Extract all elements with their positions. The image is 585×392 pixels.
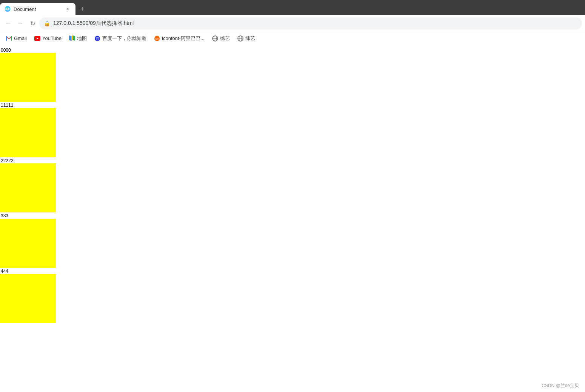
bookmark-gmail[interactable]: Gmail (3, 34, 30, 43)
yellow-box-0 (0, 53, 56, 102)
tab-bar: 🌐 Document × + (0, 0, 585, 15)
list-item: 22222 (0, 158, 585, 212)
bookmark-baidu-label: 百度一下，你就知道 (102, 35, 146, 42)
item-label-0: 0000 (0, 48, 585, 53)
iconfont-icon: ico (154, 35, 160, 42)
back-button[interactable]: ← (3, 18, 14, 29)
footer-watermark: CSDN @兰de宝贝 (542, 383, 579, 389)
maps-icon (69, 35, 75, 42)
bookmark-maps-label: 地图 (77, 35, 87, 42)
svg-marker-7 (69, 35, 71, 41)
bookmark-zy1[interactable]: 综艺 (209, 34, 233, 43)
tab-close-button[interactable]: × (64, 6, 71, 12)
list-item: 0000 (0, 48, 585, 102)
page-content: 00001111122222333444 (0, 45, 585, 323)
browser-tab[interactable]: 🌐 Document × (0, 3, 75, 15)
gmail-icon (6, 35, 12, 42)
tab-favicon: 🌐 (5, 6, 11, 12)
globe-icon-1 (212, 35, 218, 42)
baidu-icon: 百 (94, 35, 100, 42)
item-label-2: 22222 (0, 158, 585, 163)
svg-text:百: 百 (96, 37, 99, 41)
bookmark-youtube-label: YouTube (42, 35, 62, 41)
yellow-box-2 (0, 163, 56, 212)
new-tab-button[interactable]: + (77, 4, 88, 14)
bookmark-zy1-label: 综艺 (220, 35, 230, 42)
browser-chrome: 🌐 Document × + ← → ↻ 🔒 127.0.0.1:5500/09… (0, 0, 585, 45)
yellow-box-1 (0, 108, 56, 157)
svg-rect-2 (11, 36, 12, 41)
bookmark-youtube[interactable]: YouTube (31, 34, 65, 43)
bookmark-zy2-label: 综艺 (245, 35, 255, 42)
yellow-box-3 (0, 219, 56, 268)
svg-rect-1 (6, 36, 7, 41)
bookmark-iconfont-label: iconfont-阿里巴巴... (162, 35, 205, 42)
reload-button[interactable]: ↻ (27, 18, 38, 29)
tab-title: Document (14, 6, 61, 12)
bookmark-baidu[interactable]: 百 百度一下，你就知道 (91, 34, 149, 43)
svg-text:ico: ico (155, 37, 159, 40)
list-item: 11111 (0, 103, 585, 157)
bookmark-gmail-label: Gmail (14, 35, 27, 41)
globe-icon-2 (237, 35, 243, 42)
security-icon: 🔒 (44, 20, 50, 26)
svg-marker-6 (71, 35, 73, 41)
list-item: 444 (0, 269, 585, 323)
yellow-box-4 (0, 274, 56, 323)
item-label-3: 333 (0, 213, 585, 218)
list-item: 333 (0, 213, 585, 267)
item-label-1: 11111 (0, 103, 585, 108)
address-bar[interactable]: 🔒 127.0.0.1:5500/09后代选择器.html (39, 17, 582, 29)
forward-button[interactable]: → (15, 18, 26, 29)
url-text: 127.0.0.1:5500/09后代选择器.html (53, 20, 134, 27)
bookmark-maps[interactable]: 地图 (66, 34, 90, 43)
bookmark-zy2[interactable]: 综艺 (234, 34, 258, 43)
bookmarks-bar: Gmail YouTube 地图 (0, 32, 585, 45)
youtube-icon (34, 35, 40, 42)
address-bar-row: ← → ↻ 🔒 127.0.0.1:5500/09后代选择器.html (0, 15, 585, 32)
bookmark-iconfont[interactable]: ico iconfont-阿里巴巴... (151, 34, 208, 43)
item-label-4: 444 (0, 269, 585, 274)
